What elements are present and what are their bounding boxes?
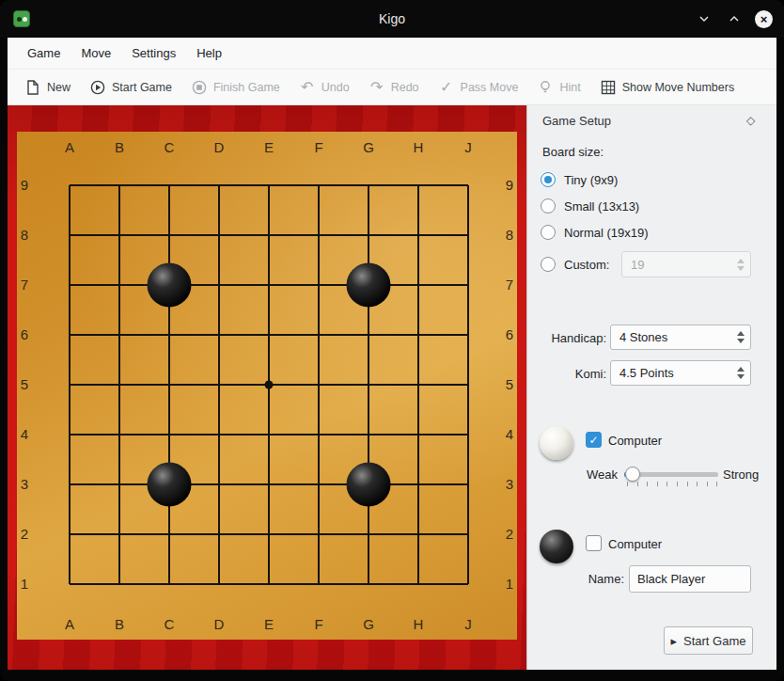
move-numbers-icon (600, 79, 617, 96)
game-setup-panel: Game Setup ◇ Board size: Tiny (9x9) Smal… (526, 105, 776, 670)
close-button[interactable]: × (755, 10, 773, 28)
new-button[interactable]: New (24, 79, 71, 96)
board-coordinate-label: 6 (506, 326, 513, 342)
radio-icon (541, 172, 556, 187)
new-document-icon (24, 79, 41, 96)
board-coordinate-label: C (165, 139, 175, 155)
panel-title: Game Setup (542, 114, 611, 128)
tool-label: Show Move Numbers (622, 81, 735, 94)
tool-label: Finish Game (213, 81, 280, 94)
black-name-input[interactable] (629, 565, 751, 593)
custom-size-value: 19 (631, 258, 731, 272)
radio-icon (541, 257, 556, 272)
board-coordinate-label: 4 (21, 426, 28, 442)
window-controls: × (695, 0, 773, 38)
radio-icon (541, 198, 556, 214)
maximize-button[interactable] (725, 9, 744, 28)
dock-float-icon[interactable]: ◇ (746, 114, 755, 127)
black-stone[interactable] (347, 263, 391, 308)
black-stone[interactable] (148, 263, 192, 308)
board-coordinate-label: 2 (506, 526, 513, 542)
board-coordinate-label: 8 (21, 227, 28, 243)
radio-label: Normal (19x19) (564, 226, 649, 240)
board-coordinate-label: B (115, 616, 124, 632)
board-coordinate-label: J (464, 139, 472, 155)
board-coordinate-label: E (264, 139, 274, 155)
tool-label: Start Game (112, 81, 172, 94)
board-coordinate-label: E (264, 616, 274, 632)
white-computer-label: Computer (608, 434, 662, 448)
tool-label: Hint (559, 81, 580, 94)
menu-help[interactable]: Help (186, 41, 232, 65)
start-game-toolbar-button[interactable]: Start Game (89, 79, 172, 96)
radio-icon (541, 225, 556, 240)
finish-game-button[interactable]: Finish Game (191, 79, 280, 96)
board-area: AABBCCDDEEFFGGHHJJ998877665544332211 (8, 105, 526, 670)
strength-slider-handle[interactable] (625, 467, 640, 482)
black-stone[interactable] (148, 463, 192, 507)
toolbar: New Start Game Finish Game ↶ Undo ↷ Re (8, 70, 776, 105)
komi-value: 4.5 Points (619, 366, 731, 380)
komi-select[interactable]: 4.5 Points (610, 360, 751, 386)
radio-tiny-9x9[interactable]: Tiny (9x9) (541, 171, 618, 188)
black-stone-image (540, 530, 573, 563)
checkmark-icon: ✓ (438, 79, 455, 96)
spinner-arrows-icon[interactable] (731, 252, 750, 277)
handicap-label: Handicap: (527, 331, 606, 345)
board-coordinate-label: A (65, 139, 74, 155)
go-board[interactable]: AABBCCDDEEFFGGHHJJ998877665544332211 (8, 105, 526, 670)
titlebar: Kigo × (0, 0, 784, 38)
board-coordinate-label: D (214, 139, 225, 155)
board-coordinate-label: H (414, 616, 424, 632)
board-coordinate-label: J (464, 616, 472, 632)
tool-label: Redo (391, 81, 419, 94)
chevron-up-icon (729, 15, 740, 23)
board-size-label: Board size: (542, 145, 604, 159)
menu-settings[interactable]: Settings (121, 41, 186, 65)
custom-size-spinbox[interactable]: 19 (621, 251, 751, 277)
check-icon (588, 435, 598, 446)
radio-custom[interactable]: Custom: (541, 256, 609, 273)
start-game-button[interactable]: Start Game (664, 626, 753, 655)
pass-move-button[interactable]: ✓ Pass Move (438, 79, 519, 96)
spinner-arrows-icon[interactable] (731, 361, 750, 385)
board-coordinate-label: F (314, 139, 322, 155)
radio-small-13x13[interactable]: Small (13x13) (541, 198, 639, 214)
menu-game[interactable]: Game (17, 41, 71, 65)
board-coordinate-label: 2 (21, 526, 28, 542)
strength-strong-label: Strong (723, 467, 759, 482)
black-computer-checkbox[interactable] (586, 535, 602, 551)
close-icon: × (760, 13, 768, 25)
undo-button[interactable]: ↶ Undo (299, 79, 350, 96)
show-move-numbers-button[interactable]: Show Move Numbers (600, 79, 735, 96)
board-coordinate-label: 5 (21, 376, 28, 392)
handicap-value: 4 Stones (619, 330, 731, 344)
board-coordinate-label: 8 (506, 227, 513, 243)
board-coordinate-label: H (414, 139, 424, 155)
board-coordinate-label: 3 (21, 476, 28, 492)
minimize-button[interactable] (695, 9, 713, 28)
spinner-arrows-icon[interactable] (731, 325, 750, 349)
stop-circle-icon (191, 79, 208, 96)
redo-button[interactable]: ↷ Redo (368, 79, 419, 96)
board-coordinate-label: 4 (506, 426, 513, 442)
black-name-label: Name: (556, 572, 624, 586)
board-coordinate-label: 7 (21, 277, 28, 293)
radio-normal-19x19[interactable]: Normal (19x19) (541, 224, 649, 241)
board-coordinate-label: 6 (21, 326, 28, 342)
hint-button[interactable]: Hint (537, 79, 580, 96)
board-coordinate-label: 9 (21, 177, 28, 193)
handicap-select[interactable]: 4 Stones (610, 325, 751, 350)
black-stone[interactable] (347, 463, 391, 507)
star-point (265, 381, 274, 389)
menu-move[interactable]: Move (71, 41, 121, 65)
strength-weak-label: Weak (563, 467, 618, 482)
board-coordinate-label: F (314, 616, 322, 632)
window-title: Kigo (0, 11, 784, 26)
board-coordinate-label: 3 (506, 476, 513, 492)
board-coordinate-label: B (115, 139, 124, 155)
tool-label: Undo (321, 81, 350, 94)
board-coordinate-label: G (363, 616, 374, 632)
chevron-down-icon (698, 15, 710, 23)
white-computer-checkbox[interactable] (586, 432, 602, 448)
